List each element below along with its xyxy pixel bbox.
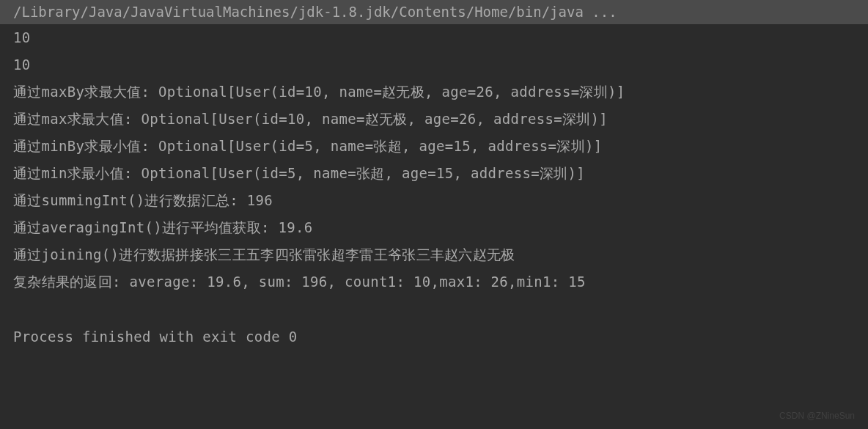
java-command-line[interactable]: /Library/Java/JavaVirtualMachines/jdk-1.… [0,0,868,24]
blank-line [13,296,855,323]
output-line: 通过summingInt()进行数据汇总: 196 [13,187,855,214]
output-line: 通过maxBy求最大值: Optional[User(id=10, name=赵… [13,78,855,106]
output-line: 通过averagingInt()进行平均值获取: 19.6 [13,214,855,241]
output-line: 10 [13,24,855,51]
watermark-text: CSDN @ZNineSun [779,408,855,425]
output-line: 复杂结果的返回: average: 19.6, sum: 196, count1… [13,268,855,296]
exit-message: Process finished with exit code 0 [13,323,855,351]
output-line: 通过joining()进行数据拼接张三王五李四张雷张超李雷王爷张三丰赵六赵无极 [13,241,855,268]
console-output: /Library/Java/JavaVirtualMachines/jdk-1.… [0,0,868,351]
output-line: 通过min求最小值: Optional[User(id=5, name=张超, … [13,160,855,187]
output-line: 通过max求最大值: Optional[User(id=10, name=赵无极… [13,106,855,133]
output-line: 通过minBy求最小值: Optional[User(id=5, name=张超… [13,133,855,160]
output-line: 10 [13,51,855,78]
